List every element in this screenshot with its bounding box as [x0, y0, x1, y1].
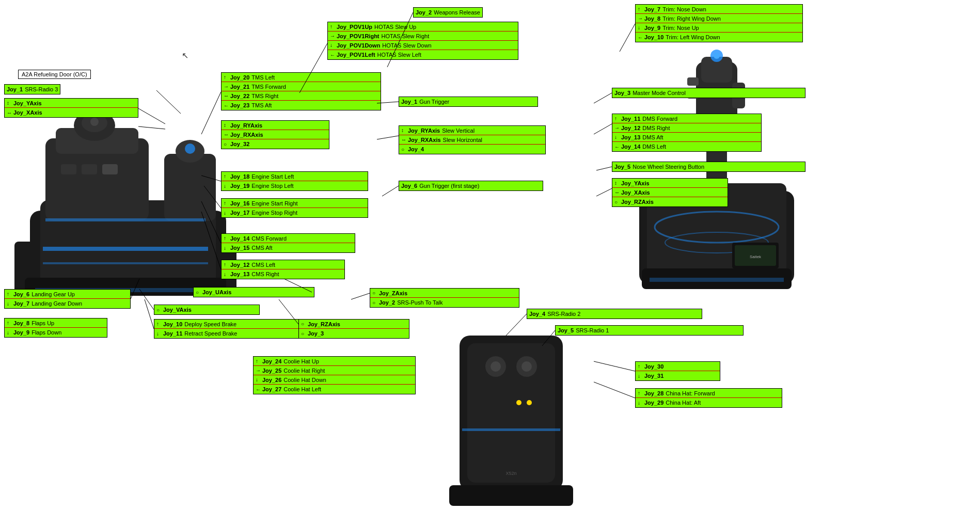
refueling-door-label: A2A Refueling Door (O/C) — [18, 70, 91, 79]
svg-rect-47 — [462, 428, 560, 431]
svg-rect-9 — [164, 154, 216, 221]
zaxis-srs-box: ○ Joy_ZAxis ○ Joy_2 SRS-Push To Talk — [370, 288, 519, 308]
throttle-grip-image: X52n — [434, 325, 589, 510]
joy3-master-mode-box: Joy_3 Master Mode Control — [612, 88, 805, 98]
dms-group-box: ↑ Joy_11 DMS Forward → Joy_12 DMS Right … — [612, 114, 762, 152]
joy-axes-right-box: ↕ Joy_YAxis ↔ Joy_XAxis ○ Joy_RZAxis — [612, 178, 728, 207]
joy-vaxis-box: ○ Joy_VAxis — [154, 305, 260, 315]
joy-slew-group: ↕ Joy_RYAxis Slew Vertical ↔ Joy_RXAxis … — [399, 125, 546, 154]
joy-axes-left-box: ↕ Joy_YAxis ↔ Joy_XAxis — [4, 98, 138, 118]
joy5-nws-box: Joy_5 Nose Wheel Steering Button — [612, 162, 805, 172]
joy2-weapons-box: Joy_2 Weapons Release — [413, 7, 483, 18]
coolie-hat-box: ↑ Joy_24 Coolie Hat Up → Joy_25 Coolie H… — [253, 356, 416, 394]
joy-uaxis-box: ○ Joy_UAxis — [193, 287, 314, 297]
svg-rect-2 — [43, 247, 208, 251]
landing-gear-box: ↑ Joy_6 Landing Gear Up ↓ Joy_7 Landing … — [4, 289, 131, 309]
joy1-gun-trigger-box: Joy_1 Gun Trigger — [399, 97, 538, 107]
flaps-box: ↑ Joy_8 Flaps Up ↓ Joy_9 Flaps Down — [4, 318, 107, 338]
rzaxis-joy3-box: ○ Joy_RZAxis ○ Joy_3 — [298, 319, 409, 339]
joy30-31-box: ↑ Joy_30 ↓ Joy_31 — [635, 361, 720, 381]
svg-rect-14 — [102, 164, 118, 174]
pov-hat-box: ↑ Joy_POV1Up HOTAS Slew Up → Joy_POV1Rig… — [327, 22, 518, 60]
trim-group-box: ↑ Joy_7 Trim: Nose Down → Joy_8 Trim: Ri… — [635, 4, 803, 42]
svg-rect-12 — [61, 164, 76, 174]
svg-text:X52n: X52n — [505, 471, 516, 476]
svg-point-45 — [516, 400, 521, 405]
svg-point-46 — [527, 400, 532, 405]
svg-rect-17 — [45, 218, 206, 221]
svg-text:Saitek: Saitek — [750, 254, 762, 259]
svg-point-42 — [491, 361, 501, 372]
china-hat-box: ↑ Joy_28 China Hat: Forward ↓ Joy_29 Chi… — [635, 388, 782, 408]
joy4-srs2-box: Joy_4 SRS-Radio 2 — [527, 309, 702, 319]
svg-rect-34 — [650, 278, 784, 282]
joy5-srs1-box: Joy_5 SRS-Radio 1 — [555, 325, 744, 336]
joy6-gun-first-box: Joy_6 Gun Trigger (first stage) — [399, 181, 543, 191]
joy1-srs3-row: Joy_1 SRS-Radio 3 — [5, 85, 60, 94]
svg-point-44 — [521, 361, 532, 372]
svg-rect-49 — [449, 485, 573, 506]
svg-point-29 — [714, 53, 720, 59]
engine-left-box: ↑ Joy_18 Engine Start Left ↓ Joy_19 Engi… — [221, 171, 368, 191]
speedbrake-box: ↑ Joy_10 Deploy Speed Brake ↓ Joy_11 Ret… — [154, 319, 301, 339]
svg-rect-3 — [43, 262, 208, 264]
svg-rect-13 — [82, 164, 97, 174]
svg-rect-31 — [687, 77, 699, 86]
cms-fwdaft-box: ↑ Joy_14 CMS Forward ↓ Joy_15 CMS Aft — [221, 233, 355, 253]
mouse-cursor: ↖ — [182, 51, 188, 60]
cms-lr-box: ↑ Joy_12 CMS Left ↓ Joy_13 CMS Right — [221, 260, 345, 279]
svg-point-8 — [90, 118, 99, 126]
tms-group-box: ↑ Joy_20 TMS Left → Joy_21 TMS Forward ↔… — [221, 72, 381, 110]
svg-rect-40 — [467, 343, 555, 483]
joy-ryaxis-group-left: ↕ Joy_RYAxis ↔ Joy_RXAxis ○ Joy_32 — [221, 120, 329, 149]
svg-point-11 — [185, 144, 195, 154]
joy1-srs3-box: Joy_1 SRS-Radio 3 — [4, 84, 60, 94]
engine-right-box: ↑ Joy_16 Engine Start Right ↓ Joy_17 Eng… — [221, 198, 368, 218]
